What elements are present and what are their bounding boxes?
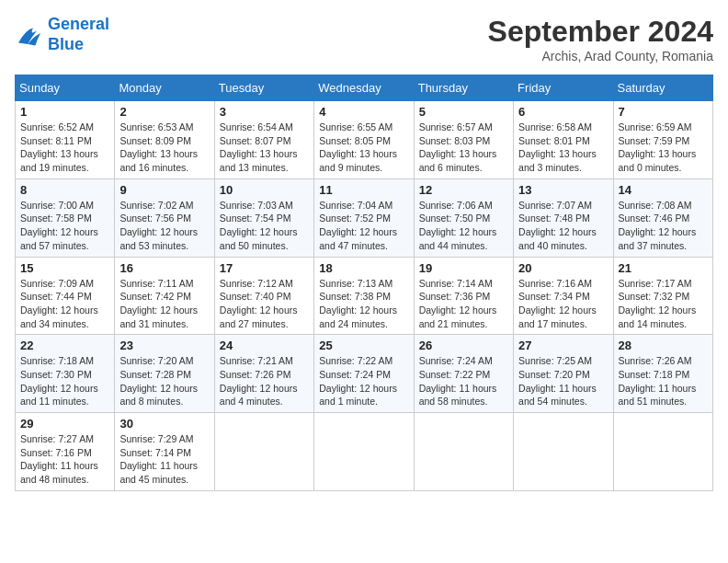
header-monday: Monday [115, 75, 214, 101]
title-block: September 2024 Archis, Arad County, Roma… [488, 15, 713, 63]
table-row: 1Sunrise: 6:52 AMSunset: 8:11 PMDaylight… [16, 101, 115, 179]
table-row [414, 413, 513, 491]
header-friday: Friday [514, 75, 613, 101]
table-row: 5Sunrise: 6:57 AMSunset: 8:03 PMDaylight… [414, 101, 513, 179]
table-row: 30Sunrise: 7:29 AMSunset: 7:14 PMDayligh… [115, 413, 214, 491]
calendar-header-row: Sunday Monday Tuesday Wednesday Thursday… [16, 75, 713, 101]
logo-icon [15, 22, 44, 48]
calendar-week-4: 22Sunrise: 7:18 AMSunset: 7:30 PMDayligh… [16, 335, 713, 413]
table-row: 29Sunrise: 7:27 AMSunset: 7:16 PMDayligh… [16, 413, 115, 491]
logo-general: General [48, 15, 109, 33]
header-saturday: Saturday [613, 75, 712, 101]
table-row: 4Sunrise: 6:55 AMSunset: 8:05 PMDaylight… [314, 101, 414, 179]
header-wednesday: Wednesday [314, 75, 414, 101]
table-row: 21Sunrise: 7:17 AMSunset: 7:32 PMDayligh… [613, 257, 712, 335]
table-row [613, 413, 712, 491]
table-row: 11Sunrise: 7:04 AMSunset: 7:52 PMDayligh… [314, 178, 414, 257]
table-row: 8Sunrise: 7:00 AMSunset: 7:58 PMDaylight… [16, 178, 115, 257]
table-row: 10Sunrise: 7:03 AMSunset: 7:54 PMDayligh… [214, 178, 313, 257]
table-row: 9Sunrise: 7:02 AMSunset: 7:56 PMDaylight… [115, 178, 214, 257]
location: Archis, Arad County, Romania [488, 49, 713, 63]
table-row: 17Sunrise: 7:12 AMSunset: 7:40 PMDayligh… [214, 257, 313, 335]
table-row [514, 413, 613, 491]
header-thursday: Thursday [414, 75, 513, 101]
table-row: 12Sunrise: 7:06 AMSunset: 7:50 PMDayligh… [414, 178, 513, 257]
table-row: 25Sunrise: 7:22 AMSunset: 7:24 PMDayligh… [314, 335, 414, 413]
table-row: 26Sunrise: 7:24 AMSunset: 7:22 PMDayligh… [414, 335, 513, 413]
table-row: 2Sunrise: 6:53 AMSunset: 8:09 PMDaylight… [115, 101, 214, 179]
header-tuesday: Tuesday [214, 75, 313, 101]
calendar-week-1: 1Sunrise: 6:52 AMSunset: 8:11 PMDaylight… [16, 101, 713, 179]
logo: General Blue [15, 15, 109, 54]
table-row: 16Sunrise: 7:11 AMSunset: 7:42 PMDayligh… [115, 257, 214, 335]
table-row: 23Sunrise: 7:20 AMSunset: 7:28 PMDayligh… [115, 335, 214, 413]
calendar-week-2: 8Sunrise: 7:00 AMSunset: 7:58 PMDaylight… [16, 178, 713, 257]
table-row: 27Sunrise: 7:25 AMSunset: 7:20 PMDayligh… [514, 335, 613, 413]
table-row: 14Sunrise: 7:08 AMSunset: 7:46 PMDayligh… [613, 178, 712, 257]
table-row: 20Sunrise: 7:16 AMSunset: 7:34 PMDayligh… [514, 257, 613, 335]
table-row: 6Sunrise: 6:58 AMSunset: 8:01 PMDaylight… [514, 101, 613, 179]
table-row: 22Sunrise: 7:18 AMSunset: 7:30 PMDayligh… [16, 335, 115, 413]
table-row: 28Sunrise: 7:26 AMSunset: 7:18 PMDayligh… [613, 335, 712, 413]
table-row: 18Sunrise: 7:13 AMSunset: 7:38 PMDayligh… [314, 257, 414, 335]
table-row: 3Sunrise: 6:54 AMSunset: 8:07 PMDaylight… [214, 101, 313, 179]
month-year: September 2024 [488, 15, 713, 49]
table-row: 24Sunrise: 7:21 AMSunset: 7:26 PMDayligh… [214, 335, 313, 413]
calendar-week-3: 15Sunrise: 7:09 AMSunset: 7:44 PMDayligh… [16, 257, 713, 335]
table-row: 19Sunrise: 7:14 AMSunset: 7:36 PMDayligh… [414, 257, 513, 335]
header-sunday: Sunday [16, 75, 115, 101]
table-row: 15Sunrise: 7:09 AMSunset: 7:44 PMDayligh… [16, 257, 115, 335]
table-row [214, 413, 313, 491]
calendar-table: Sunday Monday Tuesday Wednesday Thursday… [15, 75, 713, 491]
table-row: 13Sunrise: 7:07 AMSunset: 7:48 PMDayligh… [514, 178, 613, 257]
table-row [314, 413, 414, 491]
table-row: 7Sunrise: 6:59 AMSunset: 7:59 PMDaylight… [613, 101, 712, 179]
page-header: General Blue September 2024 Archis, Arad… [15, 15, 713, 63]
logo-text: General Blue [48, 15, 109, 54]
calendar-week-5: 29Sunrise: 7:27 AMSunset: 7:16 PMDayligh… [16, 413, 713, 491]
logo-blue: Blue [48, 35, 109, 55]
